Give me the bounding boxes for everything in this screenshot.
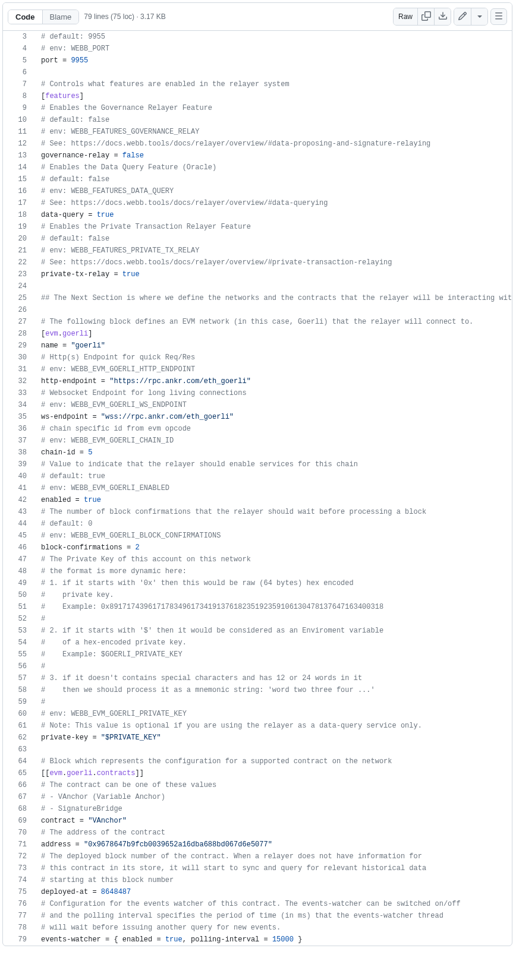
line-number[interactable]: 53 (3, 625, 37, 637)
code-line[interactable]: 66# The contract can be one of these val… (3, 779, 512, 791)
line-number[interactable]: 27 (3, 316, 37, 328)
code-line[interactable]: 24 (3, 280, 512, 292)
code-line[interactable]: 23private-tx-relay = true (3, 268, 512, 280)
code-line[interactable]: 47# The Private Key of this account on t… (3, 554, 512, 565)
code-line[interactable]: 14# Enables the Data Query Feature (Orac… (3, 162, 512, 173)
code-line[interactable]: 78# will wait before issuing another que… (3, 922, 512, 934)
line-number[interactable]: 18 (3, 209, 37, 221)
code-line[interactable]: 7# Controls what features are enabled in… (3, 78, 512, 90)
code-line[interactable]: 28[evm.goerli] (3, 328, 512, 340)
line-number[interactable]: 12 (3, 138, 37, 150)
line-number[interactable]: 13 (3, 150, 37, 162)
line-number[interactable]: 4 (3, 43, 37, 55)
code-line[interactable]: 25## The Next Section is where we define… (3, 292, 512, 304)
code-line[interactable]: 50# private key. (3, 589, 512, 601)
code-line[interactable]: 36# chain specific id from evm opcode (3, 423, 512, 435)
code-line[interactable]: 39# Value to indicate that the relayer s… (3, 459, 512, 470)
edit-dropdown-button[interactable] (471, 8, 487, 25)
line-number[interactable]: 31 (3, 363, 37, 375)
code-line[interactable]: 19# Enables the Private Transaction Rela… (3, 221, 512, 233)
code-tab[interactable]: Code (8, 10, 42, 24)
code-line[interactable]: 48# the format is more dynamic here: (3, 565, 512, 577)
code-line[interactable]: 60# env: WEBB_EVM_GOERLI_PRIVATE_KEY (3, 708, 512, 720)
download-button[interactable] (434, 8, 451, 25)
line-number[interactable]: 63 (3, 744, 37, 755)
line-number[interactable]: 38 (3, 447, 37, 459)
line-number[interactable]: 25 (3, 292, 37, 304)
code-line[interactable]: 8[features] (3, 90, 512, 102)
line-number[interactable]: 69 (3, 815, 37, 827)
line-number[interactable]: 50 (3, 589, 37, 601)
code-line[interactable]: 37# env: WEBB_EVM_GOERLI_CHAIN_ID (3, 435, 512, 447)
blame-tab[interactable]: Blame (42, 10, 79, 24)
line-number[interactable]: 6 (3, 67, 37, 78)
edit-button[interactable] (454, 8, 471, 25)
code-line[interactable]: 9# Enables the Governance Relayer Featur… (3, 102, 512, 114)
line-number[interactable]: 26 (3, 304, 37, 316)
code-line[interactable]: 73# this contract in its store, it will … (3, 862, 512, 874)
code-line[interactable]: 46block-confirmations = 2 (3, 542, 512, 554)
code-line[interactable]: 15# default: false (3, 173, 512, 185)
line-number[interactable]: 7 (3, 78, 37, 90)
code-line[interactable]: 54# of a hex-encoded private key. (3, 637, 512, 649)
code-line[interactable]: 21# env: WEBB_FEATURES_PRIVATE_TX_RELAY (3, 245, 512, 257)
code-line[interactable]: 59# (3, 696, 512, 708)
line-number[interactable]: 67 (3, 791, 37, 803)
code-line[interactable]: 22# See: https://docs.webb.tools/docs/re… (3, 257, 512, 268)
line-number[interactable]: 43 (3, 506, 37, 518)
code-line[interactable]: 35ws-endpoint = "wss://rpc.ankr.com/eth_… (3, 411, 512, 423)
line-number[interactable]: 74 (3, 874, 37, 886)
code-line[interactable]: 52# (3, 613, 512, 625)
code-content-area[interactable]: 3# default: 99554# env: WEBB_PORT5port =… (3, 31, 512, 946)
code-line[interactable]: 38chain-id = 5 (3, 447, 512, 459)
code-line[interactable]: 41# env: WEBB_EVM_GOERLI_ENABLED (3, 482, 512, 494)
code-line[interactable]: 58# then we should process it as a mnemo… (3, 684, 512, 696)
code-line[interactable]: 55# Example: $GOERLI_PRIVATE_KEY (3, 649, 512, 660)
line-number[interactable]: 57 (3, 672, 37, 684)
line-number[interactable]: 65 (3, 767, 37, 779)
code-line[interactable]: 44# default: 0 (3, 518, 512, 530)
line-number[interactable]: 23 (3, 268, 37, 280)
line-number[interactable]: 64 (3, 755, 37, 767)
line-number[interactable]: 36 (3, 423, 37, 435)
line-number[interactable]: 39 (3, 459, 37, 470)
line-number[interactable]: 59 (3, 696, 37, 708)
code-line[interactable]: 32http-endpoint = "https://rpc.ankr.com/… (3, 375, 512, 387)
line-number[interactable]: 79 (3, 934, 37, 946)
line-number[interactable]: 72 (3, 851, 37, 862)
line-number[interactable]: 73 (3, 862, 37, 874)
line-number[interactable]: 51 (3, 601, 37, 613)
code-line[interactable]: 4# env: WEBB_PORT (3, 43, 512, 55)
code-line[interactable]: 29name = "goerli" (3, 340, 512, 352)
line-number[interactable]: 11 (3, 126, 37, 138)
line-number[interactable]: 42 (3, 494, 37, 506)
line-number[interactable]: 48 (3, 565, 37, 577)
line-number[interactable]: 75 (3, 886, 37, 898)
line-number[interactable]: 3 (3, 31, 37, 43)
line-number[interactable]: 60 (3, 708, 37, 720)
line-number[interactable]: 54 (3, 637, 37, 649)
line-number[interactable]: 37 (3, 435, 37, 447)
line-number[interactable]: 49 (3, 577, 37, 589)
line-number[interactable]: 17 (3, 197, 37, 209)
line-number[interactable]: 16 (3, 185, 37, 197)
code-line[interactable]: 3# default: 9955 (3, 31, 512, 43)
line-number[interactable]: 46 (3, 542, 37, 554)
line-number[interactable]: 19 (3, 221, 37, 233)
code-line[interactable]: 49# 1. if it starts with '0x' then this … (3, 577, 512, 589)
symbols-button[interactable] (490, 8, 507, 25)
line-number[interactable]: 61 (3, 720, 37, 732)
code-line[interactable]: 6 (3, 67, 512, 78)
line-number[interactable]: 62 (3, 732, 37, 744)
code-line[interactable]: 75deployed-at = 8648487 (3, 886, 512, 898)
line-number[interactable]: 22 (3, 257, 37, 268)
line-number[interactable]: 52 (3, 613, 37, 625)
code-line[interactable]: 57# 3. if it doesn't contains special ch… (3, 672, 512, 684)
code-line[interactable]: 20# default: false (3, 233, 512, 245)
raw-button[interactable]: Raw (394, 8, 417, 25)
code-line[interactable]: 56# (3, 660, 512, 672)
line-number[interactable]: 8 (3, 90, 37, 102)
code-line[interactable]: 70# The address of the contract (3, 827, 512, 839)
line-number[interactable]: 40 (3, 470, 37, 482)
line-number[interactable]: 32 (3, 375, 37, 387)
